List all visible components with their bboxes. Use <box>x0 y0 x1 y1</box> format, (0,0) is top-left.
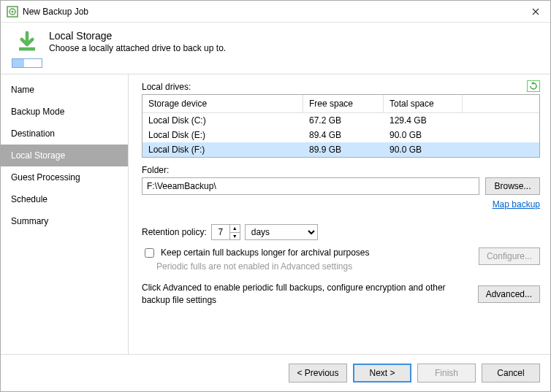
archival-label: Keep certain full backups longer for arc… <box>161 247 370 258</box>
drives-label: Local drives: <box>142 82 540 92</box>
spinner-down[interactable]: ▼ <box>230 233 240 240</box>
configure-button: Configure... <box>479 247 540 265</box>
app-icon <box>7 6 18 18</box>
page-subtitle: Choose a locally attached drive to back … <box>49 43 226 53</box>
table-header: Storage device Free space Total space <box>142 95 539 113</box>
window-title: New Backup Job <box>23 7 521 17</box>
svg-point-2 <box>12 10 14 12</box>
dialog-window: New Backup Job Local Storage Choose a lo… <box>0 0 551 392</box>
nav-item-schedule[interactable]: Schedule <box>1 188 128 210</box>
advanced-button[interactable]: Advanced... <box>478 285 540 303</box>
previous-button[interactable]: < Previous <box>289 364 347 383</box>
table-row[interactable]: Local Disk (E:) 89.4 GB 90.0 GB <box>142 128 539 142</box>
table-row[interactable]: Local Disk (C:) 67.2 GB 129.4 GB <box>142 113 539 128</box>
wizard-icon <box>12 30 42 68</box>
archival-checkbox[interactable] <box>145 248 154 258</box>
wizard-footer: < Previous Next > Finish Cancel <box>1 354 550 391</box>
nav-item-guest-processing[interactable]: Guest Processing <box>1 166 128 188</box>
retention-value[interactable] <box>212 225 229 239</box>
finish-button: Finish <box>417 364 476 383</box>
next-button[interactable]: Next > <box>353 364 411 383</box>
wizard-header: Local Storage Choose a locally attached … <box>1 23 550 74</box>
col-total[interactable]: Total space <box>384 95 463 112</box>
archival-hint: Periodic fulls are not enabled in Advanc… <box>156 261 479 272</box>
progress-icon <box>12 58 42 68</box>
table-row[interactable]: Local Disk (F:) 89.9 GB 90.0 GB <box>142 142 539 157</box>
cancel-button[interactable]: Cancel <box>482 364 540 383</box>
page-heading: Local Storage <box>49 30 226 42</box>
nav-item-name[interactable]: Name <box>1 79 128 101</box>
col-free[interactable]: Free space <box>303 95 384 112</box>
content-panel: Local drives: Storage device Free space … <box>129 74 550 354</box>
folder-label: Folder: <box>142 165 540 175</box>
refresh-button[interactable] <box>527 80 540 92</box>
nav-item-backup-mode[interactable]: Backup Mode <box>1 101 128 123</box>
retention-spinner[interactable]: ▲ ▼ <box>211 224 240 240</box>
wizard-nav: Name Backup Mode Destination Local Stora… <box>1 74 129 354</box>
map-backup-link[interactable]: Map backup <box>142 199 540 210</box>
drives-table: Storage device Free space Total space Lo… <box>142 94 540 158</box>
nav-item-summary[interactable]: Summary <box>1 210 128 232</box>
retention-unit[interactable]: days <box>245 224 318 240</box>
advanced-text: Click Advanced to enable periodic full b… <box>142 282 471 307</box>
svg-rect-3 <box>19 47 35 51</box>
nav-item-destination[interactable]: Destination <box>1 123 128 145</box>
retention-label: Retention policy: <box>142 227 207 237</box>
browse-button[interactable]: Browse... <box>485 177 540 195</box>
col-device[interactable]: Storage device <box>142 95 303 112</box>
close-button[interactable] <box>521 1 550 23</box>
folder-input[interactable] <box>142 177 479 195</box>
nav-item-local-storage[interactable]: Local Storage <box>1 145 128 166</box>
titlebar: New Backup Job <box>1 1 550 23</box>
spinner-up[interactable]: ▲ <box>230 225 240 233</box>
